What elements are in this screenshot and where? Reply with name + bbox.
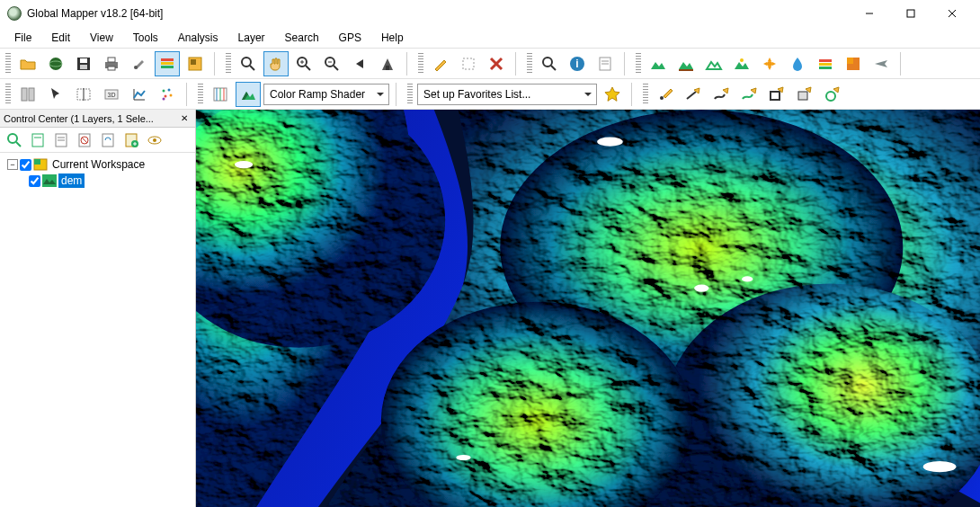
zoom-in-button[interactable] (291, 51, 316, 76)
open-file-button[interactable] (15, 51, 40, 76)
close-button[interactable] (931, 0, 973, 27)
svg-rect-7 (80, 58, 87, 63)
digitize-area-button[interactable] (764, 82, 789, 107)
toolbar-grip[interactable] (5, 84, 11, 105)
menu-view[interactable]: View (81, 29, 122, 47)
save-button[interactable] (71, 51, 96, 76)
menu-search[interactable]: Search (276, 29, 328, 47)
raster-layer-icon (42, 174, 57, 187)
expand-toggle-icon[interactable]: − (7, 159, 18, 170)
root-checkbox[interactable] (20, 159, 31, 171)
toolbar-grip[interactable] (643, 84, 648, 105)
toolbar-separator (396, 83, 401, 106)
pan-tool-button[interactable] (263, 51, 289, 76)
contour-button[interactable] (813, 51, 838, 76)
digitize-freehand-line-button[interactable] (708, 82, 734, 107)
control-center-header: Control Center (1 Layers, 1 Sele... ✕ (0, 110, 195, 128)
favorite-star-button[interactable] (600, 82, 625, 107)
menu-file[interactable]: File (5, 29, 40, 47)
menu-analysis[interactable]: Analysis (169, 29, 227, 47)
attribute-editor-button[interactable] (592, 51, 618, 76)
svg-point-94 (597, 138, 623, 147)
svg-point-4 (49, 58, 62, 70)
svg-rect-87 (42, 174, 57, 187)
lidar-button[interactable] (155, 82, 180, 107)
toggle-visibility-button[interactable] (144, 129, 165, 151)
tree-layer-item[interactable]: dem (4, 173, 192, 189)
menu-layer[interactable]: Layer (229, 29, 274, 47)
svg-line-25 (334, 66, 338, 70)
print-button[interactable] (99, 51, 124, 76)
digitizer-tool-button[interactable] (428, 51, 453, 76)
menu-gps[interactable]: GPS (330, 29, 370, 47)
digitize-rectangle-button[interactable] (792, 82, 817, 107)
main-area: Control Center (1 Layers, 1 Sele... ✕ − … (0, 110, 980, 507)
terrain-analysis-4-button[interactable] (729, 51, 754, 76)
view-3d-button[interactable]: 3D (99, 82, 124, 107)
feature-info-zoom-button[interactable] (537, 51, 562, 76)
toolbar-grip[interactable] (636, 53, 641, 75)
digitize-point-button[interactable] (653, 82, 678, 107)
svg-line-69 (16, 142, 21, 147)
svg-line-64 (687, 92, 696, 99)
layer-checkbox[interactable] (29, 175, 40, 187)
zoom-tool-button[interactable] (236, 51, 261, 76)
shader-dropdown[interactable]: Color Ramp Shader (263, 84, 389, 105)
map-layout-button[interactable] (183, 51, 208, 76)
feature-info-button[interactable]: i (565, 51, 590, 76)
previous-view-button[interactable] (347, 51, 372, 76)
svg-rect-27 (386, 66, 389, 70)
panel-close-button[interactable]: ✕ (177, 111, 192, 126)
toolbar-grip[interactable] (527, 53, 532, 75)
svg-point-63 (660, 96, 664, 100)
overlay-control-button[interactable] (155, 51, 180, 76)
toolbar-grip[interactable] (418, 53, 423, 75)
full-view-button[interactable] (375, 51, 400, 76)
favorites-dropdown[interactable]: Set up Favorites List... (417, 84, 597, 105)
toolbar-grip[interactable] (226, 53, 231, 75)
menu-edit[interactable]: Edit (42, 29, 79, 47)
svg-rect-41 (819, 59, 832, 62)
menu-tools[interactable]: Tools (124, 29, 167, 47)
select-tool-button[interactable] (43, 82, 68, 107)
terrain-analysis-1-button[interactable] (646, 51, 671, 76)
download-online-button[interactable] (43, 51, 68, 76)
svg-point-18 (242, 58, 251, 67)
close-layer-button[interactable] (74, 129, 95, 151)
map-viewport[interactable] (196, 110, 980, 507)
layer-options-button[interactable] (27, 129, 49, 151)
configure-button[interactable] (127, 51, 152, 76)
refresh-layer-button[interactable] (97, 129, 119, 151)
svg-point-68 (8, 134, 17, 143)
zoom-to-layer-button[interactable] (4, 129, 25, 151)
image-swipe-button[interactable] (71, 82, 96, 107)
fly-through-button[interactable] (869, 51, 894, 76)
new-layer-button[interactable] (120, 129, 142, 151)
zoom-out-button[interactable] (319, 51, 344, 76)
toolbar-grip[interactable] (407, 84, 413, 105)
path-profile-button[interactable] (127, 82, 152, 107)
map-view-manager-button[interactable] (15, 82, 40, 107)
digitize-trace-line-button[interactable] (736, 82, 762, 107)
layer-metadata-button[interactable] (50, 129, 72, 151)
hill-shading-button[interactable] (236, 82, 261, 107)
terrain-analysis-3-button[interactable] (701, 51, 726, 76)
shader-options-button[interactable] (208, 82, 233, 107)
viewshed-button[interactable] (757, 51, 782, 76)
menu-help[interactable]: Help (372, 29, 413, 47)
raster-calc-button[interactable] (841, 51, 866, 76)
watershed-button[interactable] (785, 51, 810, 76)
toolbar-grip[interactable] (198, 84, 203, 105)
delete-button[interactable] (484, 51, 509, 76)
digitize-line-button[interactable] (681, 82, 706, 107)
maximize-button[interactable] (890, 0, 931, 27)
svg-point-96 (742, 276, 753, 281)
svg-rect-47 (29, 88, 34, 101)
svg-rect-66 (798, 92, 807, 100)
terrain-analysis-2-button[interactable] (673, 51, 699, 76)
toolbar-grip[interactable] (5, 53, 11, 75)
digitize-circle-button[interactable] (820, 82, 845, 107)
create-area-button[interactable] (456, 51, 481, 76)
minimize-button[interactable] (849, 0, 890, 27)
tree-root[interactable]: − Current Workspace (4, 156, 192, 173)
